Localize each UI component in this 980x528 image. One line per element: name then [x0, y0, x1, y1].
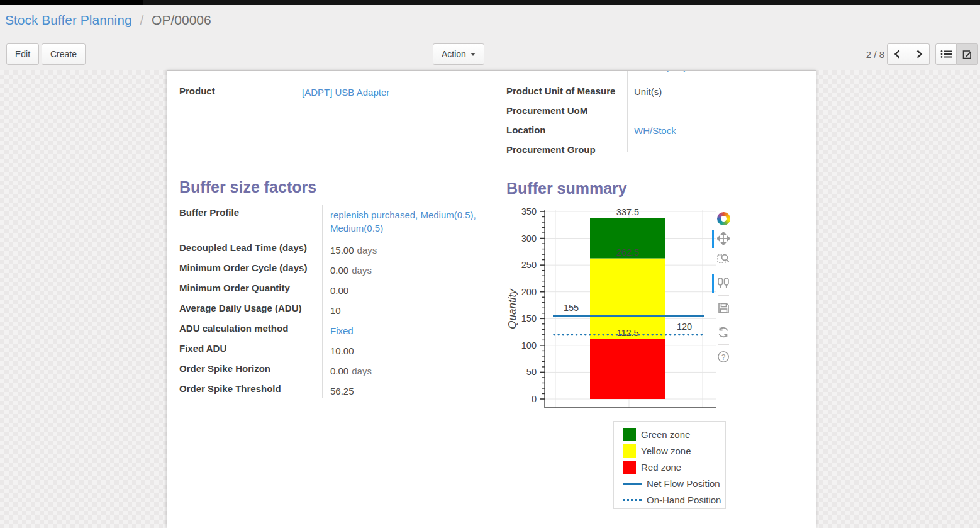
save-icon[interactable] [716, 301, 730, 315]
field-row: Buffer Profilereplenish purchased, Mediu… [179, 205, 494, 240]
field-label: Order Spike Horizon [179, 361, 323, 381]
compare-hover-icon[interactable] [716, 276, 730, 290]
action-dropdown-button[interactable]: Action [433, 43, 484, 65]
field-row: Procurement Group [506, 142, 808, 162]
legend-label: Net Flow Position [647, 478, 720, 489]
control-panel: Stock Buffer Planning / OP/00006 Edit Cr… [0, 5, 980, 70]
product-field-label: Product [179, 84, 294, 98]
field-value: 10.00 [323, 341, 491, 361]
field-row: Minimum Order Cycle (days)0.00days [179, 261, 494, 281]
buffer-summary-title: Buffer summary [506, 179, 627, 198]
field-label: Product Unit of Measure [506, 84, 627, 103]
field-underline [295, 104, 485, 104]
list-view-button[interactable] [935, 43, 957, 65]
field-label: ADU calculation method [179, 321, 323, 341]
svg-text:250: 250 [521, 260, 537, 270]
svg-text:300: 300 [521, 233, 537, 244]
chart-legend: Green zoneYellow zoneRed zoneNet Flow Po… [613, 421, 726, 509]
legend-item[interactable]: Yellow zone [623, 442, 725, 459]
breadcrumb: Stock Buffer Planning / OP/00006 [5, 13, 211, 28]
field-value: 56.25 [323, 381, 491, 402]
legend-item[interactable]: Net Flow Position [623, 475, 725, 491]
legend-label: Yellow zone [641, 446, 691, 456]
field-value: 0.00 [323, 281, 491, 301]
field-value-text: 10.00 [330, 345, 354, 356]
field-value-link[interactable]: replenish purchased, Medium(0.5), Medium… [330, 210, 476, 233]
field-value [627, 103, 634, 123]
field-label: Buffer Profile [179, 205, 323, 240]
field-value-text: 10 [330, 305, 341, 316]
system-top-bar [0, 0, 980, 5]
form-view-button[interactable] [957, 43, 978, 65]
field-label: Location [506, 123, 627, 142]
field-row: Order Spike Threshold56.25 [179, 381, 494, 402]
product-info-group: Product Unit of MeasureUnit(s)Procuremen… [506, 84, 808, 162]
svg-text:0: 0 [532, 394, 537, 404]
plotly-logo-icon[interactable] [716, 211, 730, 225]
chevron-right-icon [915, 49, 923, 59]
field-row: Decoupled Lead Time (days)15.00days [179, 240, 494, 261]
breadcrumb-separator: / [135, 13, 148, 27]
field-value-text: 0.00 [330, 265, 348, 276]
field-label: Decoupled Lead Time (days) [179, 240, 323, 261]
create-button[interactable]: Create [42, 43, 86, 65]
field-unit: days [352, 265, 372, 276]
help-icon[interactable]: ? [716, 350, 730, 364]
field-unit: days [352, 366, 372, 376]
field-row: Product Unit of MeasureUnit(s) [506, 84, 808, 103]
svg-text:120: 120 [677, 322, 692, 332]
field-value: replenish purchased, Medium(0.5), Medium… [323, 205, 491, 240]
modebar-separator [718, 295, 729, 296]
field-value-link[interactable]: Fixed [330, 325, 354, 336]
breadcrumb-parent-link[interactable]: Stock Buffer Planning [5, 13, 132, 27]
field-value-link[interactable]: WH/Stock [634, 125, 676, 136]
legend-swatch [623, 444, 636, 458]
buffer-size-factors-group: Buffer Profilereplenish purchased, Mediu… [179, 205, 494, 402]
field-value: WH/Stock [627, 123, 676, 142]
field-row: Minimum Order Quantity0.00 [179, 281, 494, 301]
svg-text:?: ? [721, 353, 726, 362]
clipped-row-fragment: pany [667, 71, 717, 74]
field-label: Procurement UoM [506, 103, 627, 123]
chevron-down-icon [471, 53, 476, 56]
field-value: 10 [323, 301, 491, 321]
breadcrumb-current: OP/00006 [152, 13, 211, 27]
pager-next-button[interactable] [908, 43, 930, 65]
field-label: Minimum Order Quantity [179, 281, 323, 301]
field-label: Procurement Group [506, 142, 627, 162]
svg-text:150: 150 [521, 313, 537, 323]
svg-text:350: 350 [521, 206, 537, 216]
field-label: Order Spike Threshold [179, 381, 323, 402]
legend-line-swatch [623, 499, 642, 501]
field-unit: days [357, 245, 377, 256]
svg-text:Quantity: Quantity [506, 288, 518, 329]
legend-item[interactable]: Red zone [623, 459, 725, 475]
field-value-text: Unit(s) [634, 86, 662, 97]
form-sheet: pany Product [ADPT] USB Adapter Product … [167, 70, 816, 528]
product-field-value-link[interactable]: [ADPT] USB Adapter [302, 87, 389, 98]
legend-label: Red zone [641, 462, 681, 473]
legend-item[interactable]: On-Hand Position [623, 491, 725, 508]
action-dropdown-label: Action [442, 49, 466, 59]
reset-axes-icon[interactable] [716, 325, 730, 339]
buffer-size-factors-title: Buffer size factors [179, 178, 316, 196]
svg-text:200: 200 [521, 287, 537, 297]
field-value-text: 56.25 [330, 386, 354, 396]
pager-previous-button[interactable] [887, 43, 908, 65]
svg-text:100: 100 [521, 340, 537, 351]
pan-icon[interactable] [716, 232, 730, 245]
field-value: 0.00days [323, 261, 491, 281]
field-label: Fixed ADU [179, 341, 323, 361]
modebar-separator [718, 271, 729, 271]
view-switcher [935, 43, 978, 65]
field-row: Procurement UoM [506, 103, 808, 123]
field-value: Fixed [323, 321, 491, 341]
zoom-box-icon[interactable] [716, 252, 730, 266]
product-field-row: Product [ADPT] USB Adapter [179, 84, 494, 98]
legend-swatch [623, 461, 636, 474]
svg-text:262.5: 262.5 [616, 247, 639, 257]
legend-item[interactable]: Green zone [623, 426, 725, 442]
svg-text:155: 155 [564, 303, 579, 313]
buffer-summary-chart[interactable]: 050100150200250300350Quantity112.5262.53… [503, 202, 730, 416]
edit-button[interactable]: Edit [6, 43, 39, 65]
